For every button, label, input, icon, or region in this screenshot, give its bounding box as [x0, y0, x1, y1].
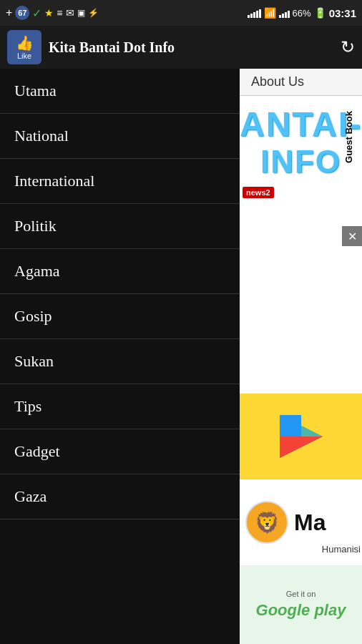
sidebar-item-label: National — [14, 127, 69, 145]
google-play-logo: Google play — [256, 601, 346, 620]
sidebar-item-label: Utama — [14, 82, 57, 100]
sidebar-item-label: Agama — [14, 262, 60, 280]
about-us-label: About Us — [251, 74, 304, 89]
sidebar-item-agama[interactable]: Agama — [0, 249, 240, 294]
status-bar: + 67 ✓ ★ ≡ ✉ ▣ ⚡ 📶 66% 🔋 03:31 — [0, 0, 362, 26]
status-right-icons: 📶 66% 🔋 03:31 — [248, 7, 356, 19]
sidebar-item-label: International — [14, 172, 94, 190]
notification-badge: 67 — [15, 6, 29, 20]
sidebar-item-label: Gadget — [14, 442, 60, 461]
app-title: Kita Bantai Dot Info — [49, 39, 341, 56]
sidebar-item-international[interactable]: International — [0, 159, 240, 204]
sidebar-item-label: Gaza — [14, 487, 47, 506]
lion-icon: 🦁 — [245, 501, 288, 544]
sidebar-item-sukan[interactable]: Sukan — [0, 339, 240, 384]
sidebar-item-gaza[interactable]: Gaza — [0, 474, 240, 519]
clock: 03:31 — [329, 7, 356, 19]
sidebar-item-label: Tips — [14, 397, 41, 416]
svg-marker-3 — [280, 415, 301, 436]
check-icon: ✓ — [32, 6, 41, 20]
google-play-banner[interactable]: Get it on Google play — [240, 565, 362, 644]
sidebar-item-tips[interactable]: Tips — [0, 384, 240, 429]
sidebar: Utama National International Politik Aga… — [0, 69, 240, 644]
like-label: Like — [17, 52, 31, 60]
main-layout: Utama National International Politik Aga… — [0, 69, 362, 644]
battery-icon: 🔋 — [314, 7, 326, 19]
sidebar-item-label: Politik — [14, 217, 57, 235]
top-bar: 👍 Like Kita Bantai Dot Info ↻ — [0, 26, 362, 69]
play-triangle-icon — [273, 408, 330, 465]
signal-bars — [248, 8, 261, 18]
thumbs-up-icon: 👍 — [16, 34, 34, 52]
svg-marker-2 — [280, 436, 323, 458]
google-play-section[interactable] — [240, 394, 362, 479]
mail-icon: ✉ — [66, 7, 74, 19]
sidebar-item-gosip[interactable]: Gosip — [0, 294, 240, 339]
refresh-button[interactable]: ↻ — [341, 37, 355, 57]
news-badge: news2 — [243, 187, 274, 198]
sidebar-item-national[interactable]: National — [0, 114, 240, 159]
sidebar-item-politik[interactable]: Politik — [0, 204, 240, 249]
add-icon: + — [6, 6, 12, 19]
wifi-icon: 📶 — [264, 7, 276, 19]
ma-label: Ma — [294, 509, 326, 536]
sidebar-item-gadget[interactable]: Gadget — [0, 429, 240, 474]
sidebar-item-utama[interactable]: Utama — [0, 69, 240, 114]
app-icon: ▣ — [77, 8, 85, 18]
status-left-icons: + 67 ✓ ★ ≡ ✉ ▣ ⚡ — [6, 6, 99, 20]
sidebar-item-label: Gosip — [14, 307, 52, 326]
battery-charging-icon: ⚡ — [88, 8, 99, 18]
humanisi-text: Humanisi — [322, 544, 361, 555]
get-it-on-label: Get it on — [286, 590, 316, 598]
menu-icon: ≡ — [57, 7, 62, 19]
signal-bars-2 — [279, 8, 290, 18]
star-icon: ★ — [44, 7, 54, 19]
close-button[interactable]: ✕ — [342, 226, 362, 246]
like-button[interactable]: 👍 Like — [7, 30, 41, 64]
about-us-tab[interactable]: About Us — [240, 69, 362, 96]
guest-book-label: Guest Book — [342, 108, 362, 166]
right-panel: About Us ANTAI- INFO Guest Book news2 ✕ — [240, 69, 362, 644]
sidebar-item-label: Sukan — [14, 352, 54, 371]
battery-percentage: 66% — [293, 8, 311, 19]
